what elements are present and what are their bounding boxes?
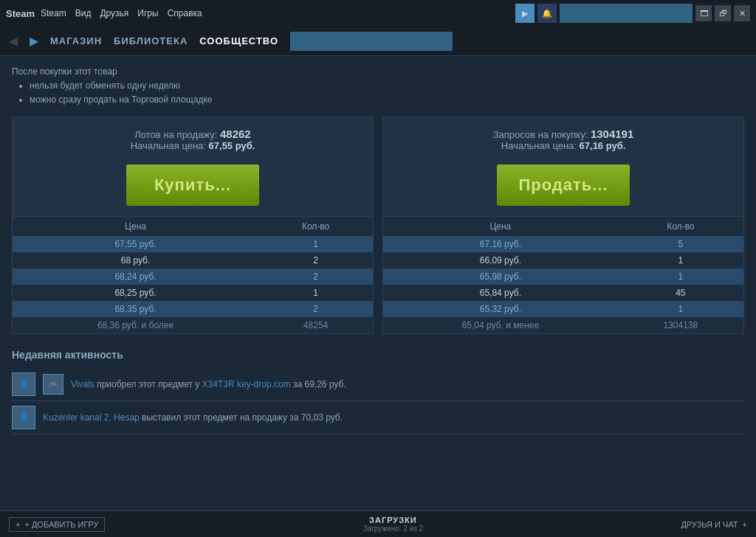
sell-price-label: Начальная цена: — [501, 140, 577, 151]
titlebar-search[interactable] — [560, 4, 693, 23]
price-cell: 67,16 руб. — [383, 236, 618, 252]
activity-text: Vivals приобрел этот предмет у X34T3R ke… — [71, 379, 346, 389]
add-game-label: + ДОБАВИТЬ ИГРУ — [24, 520, 98, 529]
notice-title: После покупки этот товар — [12, 66, 117, 77]
notice-section: После покупки этот товар нельзя будет об… — [12, 65, 744, 108]
sell-button[interactable]: Продать... — [497, 164, 630, 206]
buy-panel-header: Лотов на продажу: 48262 Начальная цена: … — [13, 117, 373, 157]
downloads-status: Загружено: 2 из 2 — [105, 524, 681, 533]
avatar: 👤 — [12, 373, 35, 396]
table-row: 65,98 руб.1 — [383, 268, 743, 285]
requests-label: Запросов на покупку: — [493, 129, 588, 140]
menu-help[interactable]: Справка — [168, 8, 202, 18]
qty-cell: 1 — [258, 285, 373, 301]
sell-panel-header: Запросов на покупку: 1304191 Начальная ц… — [383, 117, 743, 157]
close-button[interactable]: ✕ — [734, 5, 750, 21]
friends-label: ДРУЗЬЯ И ЧАТ — [681, 520, 738, 529]
forward-button[interactable]: ▶ — [30, 34, 38, 48]
back-button[interactable]: ◀ — [9, 34, 18, 48]
maximize-button[interactable]: 🗗 — [715, 5, 731, 21]
main-content: После покупки этот товар нельзя будет об… — [0, 56, 756, 510]
titlebar-icon-btn1[interactable]: ▶ — [515, 4, 535, 23]
price-cell: 68,24 руб. — [13, 268, 258, 285]
recent-activity-title: Недавняя активность — [12, 349, 744, 361]
summary-price: 65,04 руб. и менее — [383, 317, 618, 333]
titlebar-controls: ▶ 🔔 🗖 🗗 ✕ — [515, 4, 750, 23]
notice-item-1: нельзя будет обменять одну неделю — [30, 79, 744, 93]
minimize-button[interactable]: 🗖 — [695, 5, 712, 21]
activity-list: 👤🎮Vivals приобрел этот предмет у X34T3R … — [12, 368, 744, 434]
seller-link[interactable]: X34T3R key-drop.com — [202, 379, 291, 389]
price-cell: 68,35 руб. — [13, 301, 258, 317]
recent-activity-section: Недавняя активность 👤🎮Vivals приобрел эт… — [12, 349, 744, 434]
qty-cell: 2 — [258, 252, 373, 268]
user-link[interactable]: Vivals — [71, 379, 94, 389]
friends-chat-button[interactable]: ДРУЗЬЯ И ЧАТ + — [681, 520, 747, 529]
qty-cell: 2 — [258, 301, 373, 317]
qty-cell: 1 — [258, 236, 373, 252]
sell-panel: Запросов на покупку: 1304191 Начальная ц… — [382, 117, 744, 334]
seller-avatar: 🎮 — [43, 374, 63, 395]
list-item: 👤Kuzenler kanal 2. Hesap выставил этот п… — [12, 401, 744, 434]
sell-col-qty: Кол-во — [618, 216, 743, 236]
table-row: 67,55 руб.1 — [13, 236, 373, 252]
market-panels: Лотов на продажу: 48262 Начальная цена: … — [12, 117, 744, 334]
activity-text: Kuzenler kanal 2. Hesap выставил этот пр… — [43, 412, 343, 423]
nav-search-input[interactable] — [290, 32, 453, 51]
menu-steam[interactable]: Steam — [41, 8, 66, 18]
summary-row: 65,04 руб. и менее1304138 — [383, 317, 743, 333]
menu-friends[interactable]: Друзья — [100, 8, 128, 18]
sell-price-value: 67,16 руб. — [580, 140, 626, 151]
table-row: 68,35 руб.2 — [13, 301, 373, 317]
qty-cell: 5 — [618, 236, 743, 252]
qty-cell: 1 — [618, 268, 743, 285]
price-cell: 66,09 руб. — [383, 252, 618, 268]
lots-value: 48262 — [220, 128, 251, 140]
menu-games[interactable]: Игры — [137, 8, 158, 18]
downloads-title: ЗАГРУЗКИ — [105, 516, 681, 524]
price-cell: 65,98 руб. — [383, 268, 618, 285]
table-row: 68 руб.2 — [13, 252, 373, 268]
buy-price-label: Начальная цена: — [131, 140, 206, 151]
nav-community[interactable]: СООБЩЕСТВО — [199, 35, 278, 46]
table-row: 68,25 руб.1 — [13, 285, 373, 301]
menu-view[interactable]: Вид — [75, 8, 92, 18]
price-cell: 65,32 руб. — [383, 301, 618, 317]
app-logo: Steam — [6, 8, 35, 19]
buy-button[interactable]: Купить... — [126, 164, 259, 206]
user-link[interactable]: Kuzenler kanal 2. Hesap — [43, 412, 140, 423]
navbar: ◀ ▶ МАГАЗИН БИБЛИОТЕКА СООБЩЕСТВО — [0, 27, 756, 56]
table-row: 67,16 руб.5 — [383, 236, 743, 252]
buy-col-price: Цена — [13, 216, 258, 236]
list-item: 👤🎮Vivals приобрел этот предмет у X34T3R … — [12, 368, 744, 401]
summary-row: 68,36 руб. и более48254 — [13, 317, 373, 333]
qty-cell: 2 — [258, 268, 373, 285]
buy-panel: Лотов на продажу: 48262 Начальная цена: … — [12, 117, 374, 334]
table-row: 65,32 руб.1 — [383, 301, 743, 317]
titlebar-icon-btn2[interactable]: 🔔 — [537, 4, 557, 23]
titlebar-menu: Steam Вид Друзья Игры Справка — [41, 8, 202, 18]
add-icon: + — [16, 520, 20, 529]
price-cell: 68 руб. — [13, 252, 258, 268]
notice-item-2: можно сразу продать на Торговой площадке — [30, 93, 744, 107]
buy-price-value: 67,55 руб. — [209, 140, 255, 151]
buy-col-qty: Кол-во — [258, 216, 373, 236]
nav-store[interactable]: МАГАЗИН — [50, 35, 102, 46]
qty-cell: 1 — [618, 252, 743, 268]
nav-library[interactable]: БИБЛИОТЕКА — [114, 35, 188, 46]
summary-qty: 48254 — [258, 317, 373, 333]
downloads-center[interactable]: ЗАГРУЗКИ Загружено: 2 из 2 — [105, 516, 681, 533]
table-row: 68,24 руб.2 — [13, 268, 373, 285]
bottombar: + + ДОБАВИТЬ ИГРУ ЗАГРУЗКИ Загружено: 2 … — [0, 510, 756, 537]
lots-label: Лотов на продажу: — [134, 129, 217, 140]
table-row: 65,84 руб.45 — [383, 285, 743, 301]
buy-table: Цена Кол-во 67,55 руб.168 руб.268,24 руб… — [13, 216, 373, 333]
sell-table: Цена Кол-во 67,16 руб.566,09 руб.165,98 … — [383, 216, 743, 333]
add-game-button[interactable]: + + ДОБАВИТЬ ИГРУ — [9, 517, 105, 532]
price-cell: 68,25 руб. — [13, 285, 258, 301]
qty-cell: 45 — [618, 285, 743, 301]
price-cell: 65,84 руб. — [383, 285, 618, 301]
summary-price: 68,36 руб. и более — [13, 317, 258, 333]
price-cell: 67,55 руб. — [13, 236, 258, 252]
avatar: 👤 — [12, 406, 35, 429]
